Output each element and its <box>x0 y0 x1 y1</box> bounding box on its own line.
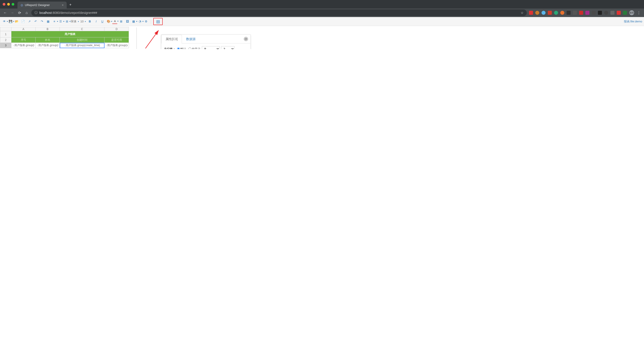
ext-icon[interactable] <box>604 11 608 15</box>
grid-corner[interactable] <box>0 27 12 31</box>
nav-back-icon[interactable]: ← <box>3 11 8 15</box>
window-minimize[interactable] <box>7 3 10 6</box>
window-close[interactable] <box>3 3 5 6</box>
highlighted-toolbar-button: ▤ <box>153 18 163 25</box>
window-maximize[interactable] <box>12 3 14 6</box>
sort-icon: ↓ <box>64 44 66 47</box>
col-header-D[interactable]: D <box>104 27 129 31</box>
left-parent-label: 左父格： <box>164 47 176 49</box>
left-parent-col-select[interactable]: B <box>202 46 220 49</box>
tab-properties[interactable]: 属性[C3] <box>161 35 182 44</box>
underline-icon[interactable]: U <box>100 19 105 24</box>
italic-icon[interactable]: I <box>94 19 98 24</box>
ext-icon[interactable] <box>548 11 552 15</box>
qrcode-icon[interactable]: ▩ <box>131 19 136 24</box>
save-icon[interactable]: 💾 <box>8 19 13 24</box>
app-toolbar: 👁 💾 📂 📄 ↗ ↶ ↷ ▦ ≡ ☰ ⊞ 宋体▾ 10▾ B I U 🎨 A … <box>0 17 644 26</box>
ext-icon[interactable] <box>610 11 614 15</box>
font-family-select[interactable]: 宋体 <box>71 20 76 24</box>
settings-icon[interactable]: ⚙ <box>144 19 148 24</box>
panel-tabs: 属性[C3] 数据源 ⟳ <box>161 35 250 44</box>
border-icon[interactable]: ⊞ <box>64 19 69 24</box>
undo-icon[interactable]: ↶ <box>33 19 38 24</box>
row-header-3[interactable]: 3 <box>0 43 12 48</box>
clear-icon[interactable]: ⊠ <box>118 19 124 24</box>
ext-icon[interactable] <box>617 11 621 15</box>
browser-nav-bar: ← → ⟳ ⌂ ⓘ localhost:8080/demo/ureport/de… <box>0 9 644 17</box>
tab-title: UReport2 Designer <box>25 3 50 7</box>
grid-cell-D3[interactable]: ↓用户报表.group(s <box>104 43 129 48</box>
grid-cell-A3[interactable]: ↓用户报表.group(i <box>12 43 36 48</box>
tab-close-icon[interactable]: × <box>62 3 64 7</box>
import-icon[interactable]: 📄 <box>20 19 26 24</box>
ext-icon[interactable] <box>585 11 590 15</box>
row-header-1[interactable]: 1 <box>0 31 12 37</box>
nav-reload-icon[interactable]: ⟳ <box>17 11 22 15</box>
sort-icon: ↓ <box>106 44 107 47</box>
traffic-lights <box>3 3 18 6</box>
valign-icon[interactable]: ☰ <box>58 19 63 24</box>
ext-icon[interactable] <box>542 11 546 15</box>
ext-icon[interactable] <box>566 11 570 15</box>
panel-refresh-icon[interactable]: ⟳ <box>244 37 248 41</box>
grid-header-D2[interactable]: 是否可用 <box>104 37 129 43</box>
grid-header-C2[interactable]: 创建时间 <box>60 37 104 43</box>
preview-icon[interactable]: 👁 <box>2 19 7 24</box>
tab-datasource[interactable]: 数据源 <box>182 35 200 44</box>
chart-icon[interactable]: ◔ <box>138 19 142 24</box>
report-grid[interactable]: A B C D 1 用户报表 2 序号 姓名 创建时间 是否可用 3 ↓用户报表… <box>0 27 129 48</box>
ext-icon[interactable] <box>598 11 602 15</box>
open-icon[interactable]: 📂 <box>14 19 19 24</box>
ext-icon[interactable] <box>529 11 533 15</box>
col-header-A[interactable]: A <box>12 27 36 31</box>
browser-menu-icon[interactable]: ⋮ <box>636 11 641 15</box>
main-content: 点击这个 A B C D 1 用户报表 2 序号 姓名 创建时间 是否可用 <box>0 26 644 49</box>
ext-icon[interactable] <box>535 11 539 15</box>
ext-icon[interactable] <box>592 11 596 15</box>
user-avatar[interactable]: 扬凯 <box>629 10 634 15</box>
report-title-cell[interactable]: 用户报表 <box>12 31 129 37</box>
grid-cell-C3[interactable]: ↓用户报表.group(create_time) <box>60 43 104 48</box>
report-file-name: 报表:file:demo <box>624 20 642 24</box>
col-header-B[interactable]: B <box>36 27 60 31</box>
ext-icon[interactable] <box>560 11 564 15</box>
ext-icon[interactable] <box>579 11 583 15</box>
sort-icon: ↓ <box>12 44 14 47</box>
new-tab-button[interactable]: + <box>67 1 74 9</box>
tab-favicon: ◎ <box>20 3 23 7</box>
nav-forward-icon[interactable]: → <box>10 11 15 15</box>
query-form-icon[interactable]: ▤ <box>156 19 160 24</box>
grid-header-B2[interactable]: 姓名 <box>36 37 60 43</box>
extension-icons: 扬凯 ⋮ <box>529 10 641 15</box>
merge-icon[interactable]: ▦ <box>46 19 50 24</box>
page-break-line <box>136 28 137 49</box>
browser-tab-bar: ◎ UReport2 Designer × + <box>0 0 644 9</box>
image-icon[interactable]: 🖼 <box>125 19 130 24</box>
left-parent-default-radio[interactable]: 默认 <box>177 47 186 49</box>
nav-home-icon[interactable]: ⌂ <box>24 11 29 15</box>
left-parent-custom-radio[interactable]: 自定义 <box>188 47 200 49</box>
bookmark-icon[interactable]: ☆ <box>521 11 524 15</box>
row-header-2[interactable]: 2 <box>0 37 12 43</box>
ext-icon[interactable] <box>554 11 558 15</box>
grid-header-A2[interactable]: 序号 <box>12 37 36 43</box>
font-size-select[interactable]: 10 <box>80 20 84 23</box>
url-bar[interactable]: ⓘ localhost:8080/demo/ureport/designer##… <box>31 10 527 16</box>
bgcolor-icon[interactable]: 🎨 <box>106 19 111 24</box>
browser-tab[interactable]: ◎ UReport2 Designer × <box>18 2 67 9</box>
site-info-icon[interactable]: ⓘ <box>34 11 38 15</box>
ext-puzzle-icon[interactable] <box>623 11 627 15</box>
report-grid-area: A B C D 1 用户报表 2 序号 姓名 创建时间 是否可用 3 ↓用户报表… <box>0 27 644 48</box>
align-icon[interactable]: ≡ <box>52 19 57 24</box>
property-panel: 属性[C3] 数据源 ⟳ 左父格： 默认 自定义 B 3 上父格： 默认 自定义 <box>161 35 250 49</box>
bold-icon[interactable]: B <box>87 19 92 24</box>
col-header-C[interactable]: C <box>60 27 104 31</box>
export-icon[interactable]: ↗ <box>27 19 32 24</box>
grid-cell-B3[interactable]: ↓用户报表.group(r <box>36 43 60 48</box>
fontcolor-icon[interactable]: A <box>112 19 117 24</box>
ext-icon[interactable] <box>573 11 577 15</box>
left-parent-row-select[interactable]: 3 <box>221 46 234 49</box>
redo-icon[interactable]: ↷ <box>40 19 44 24</box>
